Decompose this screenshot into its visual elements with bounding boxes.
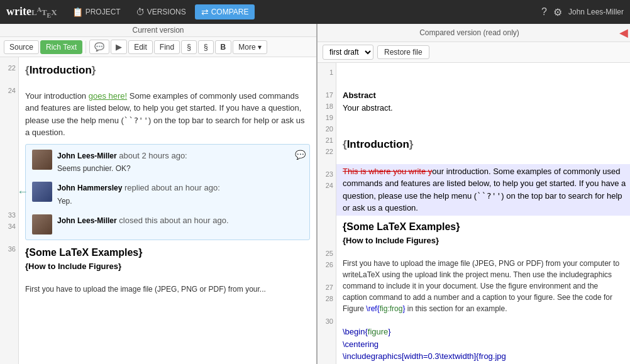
spacer2 — [25, 272, 310, 284]
comment-item-2: John Hammersley replied about an hour ag… — [32, 182, 303, 207]
comment-bubble-icon: 💬 — [295, 148, 306, 162]
line-num — [3, 232, 16, 243]
line-num-r — [320, 270, 333, 282]
left-line-numbers: 22 24 33 34 36 — [0, 57, 19, 364]
line-num-r — [320, 304, 333, 316]
line-num-r: 25 — [320, 248, 333, 259]
section-button[interactable]: § — [181, 40, 197, 54]
settings-icon[interactable]: ⚙ — [553, 6, 562, 18]
comment-arrow: ← — [19, 184, 28, 201]
line-num: 22 — [3, 62, 16, 74]
compare-icon: ⇄ — [201, 7, 209, 17]
comment-header-3: John Lees-Miller closed this about an ho… — [57, 214, 303, 227]
spacer-r6 — [343, 246, 624, 258]
comment-body-1: John Lees-Miller about 2 hours ago: Seem… — [57, 150, 303, 175]
comment-item-3: John Lees-Miller closed this about an ho… — [32, 214, 303, 234]
avatar-img-2 — [32, 182, 52, 202]
intro-paragraph: Your introduction goes here! Some exampl… — [25, 90, 310, 139]
section2-button[interactable]: § — [198, 40, 214, 54]
line-num-r: 21 — [320, 135, 333, 146]
right-line-numbers: 1 17 18 19 20 21 22 23 24 25 26 27 28 30 — [318, 63, 336, 364]
line-num-r: 27 — [320, 282, 333, 293]
avatar-3 — [32, 214, 52, 234]
right-content-area: Abstract Your abstract. {Introduction} T… — [336, 63, 630, 364]
line-num: 36 — [3, 243, 16, 255]
line-num: 24 — [3, 85, 16, 96]
edit-button[interactable]: Edit — [128, 40, 153, 54]
line-num-r: 19 — [320, 112, 333, 123]
avatar-2 — [32, 182, 52, 202]
author-1: John Lees-Miller — [57, 152, 117, 160]
spacer-r4 — [343, 125, 624, 136]
author-3: John Lees-Miller — [57, 216, 117, 225]
toolbar-divider-1 — [86, 41, 86, 53]
bold-button[interactable]: B — [215, 40, 232, 54]
nav-versions[interactable]: ⏱ VERSIONS — [130, 4, 192, 19]
left-toolbar: Source Rich Text 💬 ▶ Edit Find § § B Mor… — [0, 37, 316, 57]
goes-here-link[interactable]: goes here! — [89, 91, 127, 101]
right-editor-area: 1 17 18 19 20 21 22 23 24 25 26 27 28 30 — [318, 63, 630, 364]
line-num-r: 17 — [320, 89, 333, 101]
abstract-text-right: Your abstract. — [343, 102, 624, 114]
abstract-heading-right: Abstract — [343, 89, 624, 102]
some-latex-heading: {Some LaTeX Examples} — [25, 245, 310, 260]
logo: writeLATEX — [6, 5, 57, 19]
track-changes-btn[interactable]: ▶ — [111, 40, 127, 54]
how-to-figures-heading: {How to Include Figures} — [25, 260, 310, 273]
line-num-r: 22 — [320, 146, 333, 157]
rich-text-button[interactable]: Rich Text — [40, 40, 82, 54]
line-num-r: 26 — [320, 259, 333, 270]
spacer-r3 — [343, 114, 624, 125]
avatar-1 — [32, 150, 52, 170]
time-3: closed this about an hour ago. — [119, 216, 228, 225]
right-line24-highlight: This is where you write your introductio… — [336, 164, 630, 216]
right-spacer-2 — [343, 78, 624, 89]
line-num-r: 23 — [320, 168, 333, 180]
line-num-r: 20 — [320, 123, 333, 135]
line-num — [3, 96, 16, 175]
line-num-r: 24 — [320, 180, 333, 191]
right-panel-header: Compared version (read only) ◀ — [318, 24, 630, 42]
restore-file-button[interactable]: Restore file — [377, 45, 429, 59]
right-figures-heading: {How to Include Figures} — [343, 234, 624, 247]
intro-heading: {Introduction} — [25, 62, 310, 79]
collapse-icon[interactable]: ◀ — [619, 26, 628, 40]
right-code-begin: \begin{figure} — [343, 326, 624, 338]
avatar-img-3 — [32, 214, 52, 234]
line-num-r — [320, 327, 333, 364]
right-code-includegraphics: \includegraphics[width=0.3\textwidth]{fr… — [343, 350, 624, 363]
main-container: Current version Source Rich Text 💬 ▶ Edi… — [0, 24, 630, 364]
comment-icon-btn[interactable]: 💬 — [89, 40, 109, 54]
more-button[interactable]: More ▾ — [233, 40, 267, 54]
spacer-r7 — [343, 314, 624, 326]
left-content-area[interactable]: {Introduction} Your introduction goes he… — [19, 57, 316, 364]
source-button[interactable]: Source — [4, 40, 39, 54]
draft-select[interactable]: first draft — [323, 45, 373, 60]
line-num — [3, 255, 16, 266]
comment-box: ← 💬 John Lees-Miller about 2 hours ago: … — [25, 144, 310, 240]
deleted-text: This is where you write y — [343, 167, 432, 176]
line-num-r: 30 — [320, 316, 333, 327]
top-navigation: writeLATEX 📋 PROJECT ⏱ VERSIONS ⇄ COMPAR… — [0, 0, 630, 24]
line-num — [3, 198, 16, 209]
time-2: replied about an hour ago: — [124, 183, 220, 192]
ref-text: \ref{fig:frog} — [366, 304, 405, 313]
right-toolbar: first draft Restore file — [318, 42, 630, 63]
comment-header-1: John Lees-Miller about 2 hours ago: — [57, 150, 303, 162]
project-icon: 📋 — [72, 7, 83, 17]
left-panel-header: Current version — [0, 24, 316, 37]
versions-icon: ⏱ — [136, 7, 145, 17]
avatar-img-1 — [32, 150, 52, 170]
help-icon[interactable]: ? — [541, 6, 547, 18]
nav-compare[interactable]: ⇄ COMPARE — [195, 4, 255, 19]
comment-text-1: Seems punchier. OK? — [57, 163, 303, 174]
comment-body-3: John Lees-Miller closed this about an ho… — [57, 214, 303, 234]
user-name: John Lees-Miller — [568, 8, 624, 16]
right-code-centering: \centering — [343, 338, 624, 351]
right-intro-heading: {Introduction} — [343, 136, 624, 153]
left-editor-area: 22 24 33 34 36 {Introduction} — [0, 57, 316, 364]
right-panel: Compared version (read only) ◀ first dra… — [318, 24, 630, 364]
find-button[interactable]: Find — [154, 40, 180, 54]
line-num: 34 — [3, 221, 16, 232]
nav-project[interactable]: 📋 PROJECT — [66, 4, 127, 19]
